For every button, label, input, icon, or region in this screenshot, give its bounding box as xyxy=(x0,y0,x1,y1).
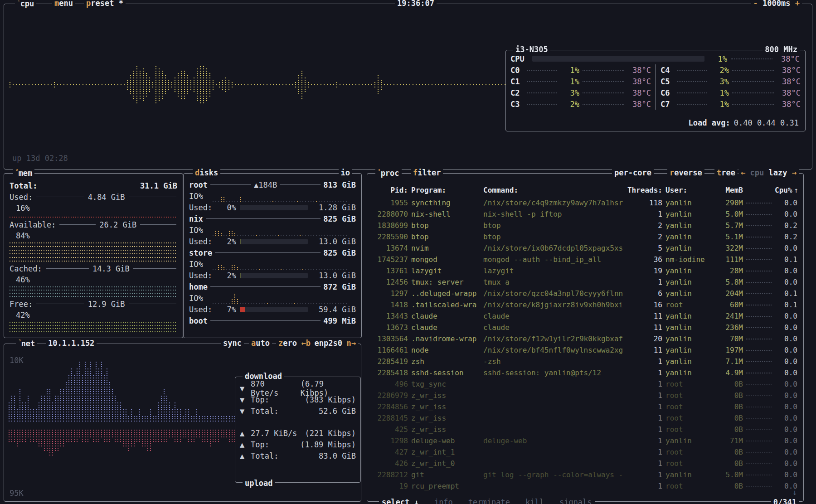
tree-toggle[interactable]: tree xyxy=(714,168,738,177)
download-graph xyxy=(9,354,240,422)
scroll-down-icon[interactable]: ↓ xyxy=(792,488,797,497)
process-row[interactable]: 2285590btopbtop2yanlin5.1M0.2 xyxy=(367,231,803,242)
net-prev-iface-button[interactable]: ←b xyxy=(299,339,313,348)
process-threads: 1 xyxy=(627,424,662,435)
preset-button[interactable]: preset * xyxy=(84,0,126,8)
core-list-right: C42%38°CC53%38°CC61%38°CC71%38°C xyxy=(656,64,805,110)
process-row[interactable]: 496txg_sync1root0B0.0 xyxy=(367,378,803,390)
process-row[interactable]: 425z_wr_iss1root0B0.0 xyxy=(367,424,803,435)
cpu-panel-title[interactable]: ¹cpu xyxy=(15,0,36,8)
network-panel-title[interactable]: ³net xyxy=(16,339,37,348)
process-row[interactable]: 12456tmux: servertmux a1yanlin5.8M0.0 xyxy=(367,276,803,288)
process-user: yanlin xyxy=(665,276,712,288)
process-sparkline xyxy=(746,429,772,430)
process-row[interactable]: 1418.tailscaled-wra/nix/store/k8jgiaxrz8… xyxy=(367,299,803,310)
net-sync-button[interactable]: sync xyxy=(221,339,244,348)
disks-panel-title[interactable]: disks xyxy=(193,168,220,177)
panel-number: ² xyxy=(15,168,19,174)
process-row[interactable]: 1297..deluged-wrapp/nix/store/qzc04a3npl… xyxy=(367,288,803,299)
header-command[interactable]: Command: xyxy=(483,184,624,196)
process-row[interactable]: 2284856z_wr_iss1root0B0.0 xyxy=(367,401,803,412)
process-pid: 1955 xyxy=(372,197,408,208)
process-row[interactable]: 2285418sshd-sessionsshd-session: yanlin@… xyxy=(367,367,803,378)
process-sparkline xyxy=(746,395,772,396)
core-row: C23%38°C xyxy=(506,87,656,98)
process-row[interactable]: 2286979z_wr_iss1root0B0.0 xyxy=(367,390,803,401)
sort-prev-icon[interactable]: ← xyxy=(741,168,745,177)
net-next-iface-button[interactable]: n→ xyxy=(345,339,358,348)
core-percent: 1% xyxy=(710,88,729,97)
process-command: /nix/store/bf45nflf0wylnscwwa2xg xyxy=(483,344,624,356)
header-memb[interactable]: MemB xyxy=(715,184,743,196)
reverse-toggle[interactable]: reverse xyxy=(667,168,704,177)
interval-increase-button[interactable]: + xyxy=(795,0,800,8)
process-pid: 2284856 xyxy=(372,401,408,412)
core-row: C71%38°C xyxy=(656,98,805,110)
net-auto-button[interactable]: auto xyxy=(249,339,272,348)
header-cpu[interactable]: Cpu%↑ xyxy=(775,184,797,196)
process-row[interactable]: 1955syncthing/nix/store/c4q9zmkzy9awy7h7… xyxy=(367,197,803,208)
process-program: node xyxy=(411,344,480,356)
process-row[interactable]: 1838699btopbtop2yanlin5.7M0.2 xyxy=(367,220,803,231)
process-user: yanlin xyxy=(665,242,712,254)
process-cpu: 0.0 xyxy=(775,344,797,356)
header-pid[interactable]: Pid: xyxy=(372,184,408,196)
process-panel: ⁴proc filter per-core reverse tree ← cpu… xyxy=(367,173,804,502)
process-row[interactable]: 19rcu_preempt1root0B0.0 xyxy=(367,480,803,492)
process-row[interactable]: 2288212gitgit log --graph --color=always… xyxy=(367,469,803,480)
process-row[interactable]: 13443claudeclaude11yanlin241M0.0 xyxy=(367,310,803,322)
memory-panel-title[interactable]: ²mem xyxy=(13,168,34,178)
process-row[interactable]: 427z_wr_int_11root0B0.0 xyxy=(367,446,803,458)
load-average: Load avg:0.40 0.44 0.31 xyxy=(689,118,799,127)
process-row[interactable]: 1298deluge-webdeluge-web1yanlin71M0.0 xyxy=(367,435,803,446)
signals-button[interactable]: signals xyxy=(559,498,592,504)
select-button[interactable]: select ↓ xyxy=(382,498,419,504)
process-row[interactable]: 1745237mongodmongod --auth --bind_ip_all… xyxy=(367,254,803,265)
process-cpu: 0.1 xyxy=(775,299,797,310)
process-row[interactable]: 2288070nix-shellnix-shell -p iftop1yanli… xyxy=(367,208,803,220)
process-program: nvim xyxy=(411,242,480,254)
process-row[interactable]: 1166461node/nix/store/bf45nflf0wylnscwwa… xyxy=(367,344,803,356)
upload-row-arrow-icon: ▲ xyxy=(240,440,247,449)
process-pid: 427 xyxy=(372,446,408,458)
core-sparkline xyxy=(732,70,774,71)
header-user[interactable]: User: xyxy=(665,184,712,196)
memory-row: Cached:14.3 GiB xyxy=(10,263,177,274)
core-percent: 2% xyxy=(710,66,729,75)
process-row[interactable]: 13674nvim/nix/store/ix0b67dcdpl05xpagx5x… xyxy=(367,242,803,254)
kill-button[interactable]: kill xyxy=(525,498,544,504)
per-core-toggle[interactable]: per-core xyxy=(612,168,654,177)
process-cpu: 0.2 xyxy=(775,220,797,231)
memory-row-line xyxy=(133,268,176,269)
filter-button[interactable]: filter xyxy=(411,168,443,177)
interval-decrease-button[interactable]: - xyxy=(753,0,758,8)
process-memory: 0B xyxy=(715,401,743,412)
header-program[interactable]: Program: xyxy=(411,184,480,196)
process-pid: 19 xyxy=(372,480,408,492)
process-row[interactable]: 2288145z_wr_iss1root0B0.0 xyxy=(367,412,803,424)
process-threads: 11 xyxy=(627,322,662,333)
process-row[interactable]: 426z_wr_int_01root0B0.0 xyxy=(367,458,803,469)
net-zero-button[interactable]: zero xyxy=(276,339,299,348)
sort-next-icon[interactable]: → xyxy=(792,168,797,177)
disk-row-line xyxy=(215,252,321,253)
process-user: root xyxy=(665,480,712,492)
process-memory: 5.0M xyxy=(715,469,743,480)
process-panel-title[interactable]: ⁴proc xyxy=(375,168,402,178)
process-row[interactable]: 1303564.navidrome-wrap/nix/store/f12w1yi… xyxy=(367,333,803,344)
process-memory: 0B xyxy=(715,378,743,390)
process-row[interactable]: 13673claudeclaude11yanlin236M0.0 xyxy=(367,322,803,333)
disks-io-mode-button[interactable]: io xyxy=(339,168,352,177)
core-temp: 38°C xyxy=(777,100,801,109)
upload-row: ▲Total:83.0 GiB xyxy=(240,450,356,461)
process-threads: 5 xyxy=(627,242,662,254)
header-threads[interactable]: Threads: xyxy=(627,184,662,196)
menu-button[interactable]: menu xyxy=(52,0,75,8)
core-history-graph xyxy=(527,70,557,71)
process-row[interactable]: 2285419zsh-zsh1yanlin7.1M0.0 xyxy=(367,356,803,367)
sort-selector[interactable]: ← cpu lazy → xyxy=(738,168,799,177)
info-button[interactable]: info xyxy=(434,498,453,504)
disk-used-row: Used:2%13.0 GiB xyxy=(189,270,356,281)
terminate-button[interactable]: terminate xyxy=(468,498,510,504)
process-row[interactable]: 13761lazygitlazygit19yanlin28M0.0 xyxy=(367,265,803,276)
